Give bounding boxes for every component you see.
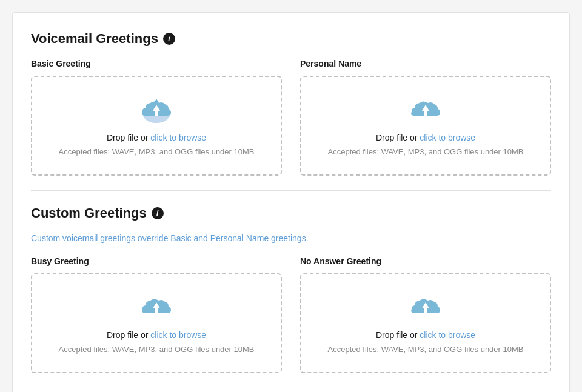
personal-name-column: Personal Name Drop file or click to brow…	[300, 59, 551, 176]
voicemail-info-icon[interactable]: i	[163, 33, 175, 45]
basic-greeting-accepted-text: Accepted files: WAVE, MP3, and OGG files…	[59, 147, 255, 156]
personal-name-drop-text: Drop file or click to browse	[376, 133, 475, 142]
busy-greeting-drop-text: Drop file or click to browse	[107, 330, 206, 340]
busy-greeting-label: Busy Greeting	[31, 256, 282, 266]
no-answer-greeting-dropzone[interactable]: Drop file or click to browse Accepted fi…	[300, 273, 551, 373]
personal-name-upload-icon	[409, 95, 443, 125]
no-answer-greeting-label: No Answer Greeting	[300, 256, 551, 266]
custom-section-description: Custom voicemail greetings override Basi…	[31, 233, 551, 243]
no-answer-greeting-upload-icon	[409, 293, 443, 323]
basic-greeting-column: Basic Greeting Drop file or click to bro…	[31, 59, 282, 176]
personal-name-label: Personal Name	[300, 59, 551, 68]
no-answer-greeting-accepted-text: Accepted files: WAVE, MP3, and OGG files…	[328, 345, 524, 354]
basic-greeting-drop-text: Drop file or click to browse	[107, 133, 206, 142]
basic-greeting-label: Basic Greeting	[31, 59, 282, 68]
no-answer-greeting-column: No Answer Greeting Drop file or click to…	[300, 256, 551, 373]
custom-section-title: Custom Greetings	[31, 205, 147, 221]
personal-name-browse-link[interactable]: click to browse	[420, 133, 475, 142]
personal-name-accepted-text: Accepted files: WAVE, MP3, and OGG files…	[328, 147, 524, 156]
page-container: Voicemail Greetings i Basic Greeting Dro	[12, 12, 570, 392]
voicemail-section-title: Voicemail Greetings	[31, 31, 158, 47]
no-answer-greeting-browse-link[interactable]: click to browse	[420, 330, 475, 340]
voicemail-section-header: Voicemail Greetings i	[31, 31, 551, 47]
busy-greeting-accepted-text: Accepted files: WAVE, MP3, and OGG files…	[59, 345, 255, 354]
busy-greeting-dropzone[interactable]: Drop file or click to browse Accepted fi…	[31, 273, 282, 373]
busy-greeting-column: Busy Greeting Drop file or click to brow…	[31, 256, 282, 373]
section-divider	[31, 190, 551, 191]
basic-greeting-browse-link[interactable]: click to browse	[150, 133, 206, 142]
no-answer-greeting-drop-text: Drop file or click to browse	[376, 330, 475, 340]
custom-greetings-grid: Busy Greeting Drop file or click to brow…	[31, 256, 551, 373]
voicemail-greetings-grid: Basic Greeting Drop file or click to bro…	[31, 59, 551, 176]
basic-greeting-dropzone[interactable]: Drop file or click to browse Accepted fi…	[31, 76, 282, 176]
personal-name-dropzone[interactable]: Drop file or click to browse Accepted fi…	[300, 76, 551, 176]
custom-section-header: Custom Greetings i	[31, 205, 551, 221]
basic-greeting-upload-icon	[139, 95, 173, 125]
custom-info-icon[interactable]: i	[152, 207, 164, 219]
busy-greeting-browse-link[interactable]: click to browse	[150, 330, 206, 340]
busy-greeting-upload-icon	[139, 293, 173, 323]
